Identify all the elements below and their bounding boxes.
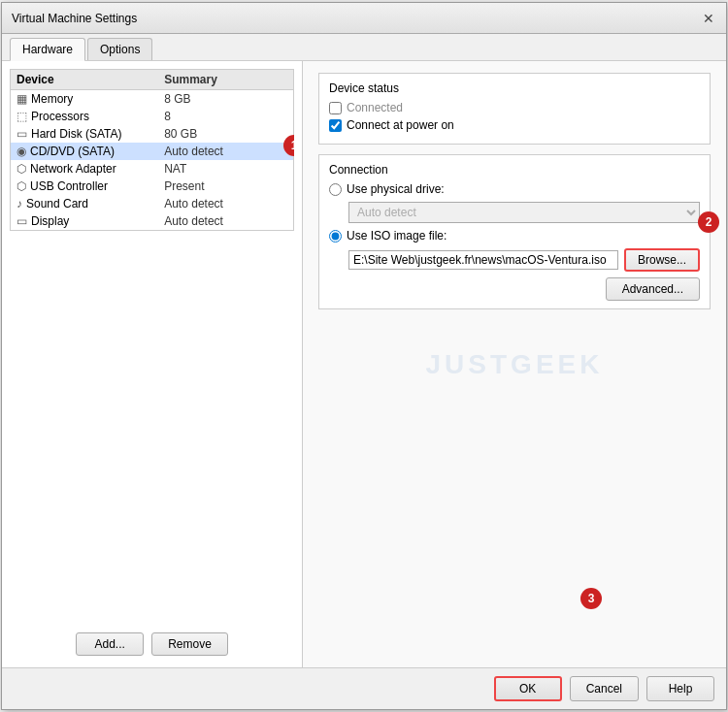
device-table: Device Summary ▦ Memory 8 GB [10, 69, 294, 625]
connection-section: Connection Use physical drive: Auto dete… [318, 154, 711, 309]
connected-row: Connected [329, 101, 700, 114]
close-button[interactable]: ✕ [701, 11, 716, 26]
device-name: Sound Card [26, 197, 88, 210]
use-iso-label: Use ISO image file: [347, 229, 447, 243]
remove-button[interactable]: Remove [151, 632, 228, 656]
bottom-bar: OK Cancel Help [2, 667, 726, 709]
watermark: JUSTGEEK [426, 349, 604, 380]
table-row[interactable]: ▦ Memory 8 GB [11, 90, 293, 108]
device-name: Hard Disk (SATA) [31, 127, 122, 141]
table-row[interactable]: ▭ Display Auto detect [11, 212, 293, 230]
header-device: Device [17, 73, 164, 86]
device-name: Processors [31, 110, 89, 123]
table-row[interactable]: ◉ CD/DVD (SATA) Auto detect 1 [11, 143, 293, 160]
iso-path-input[interactable]: E:\Site Web\justgeek.fr\news\macOS-Ventu… [348, 250, 618, 270]
table-header: Device Summary [10, 69, 294, 89]
table-row[interactable]: ⬡ USB Controller Present [11, 178, 293, 195]
device-name: Memory [31, 92, 73, 106]
device-summary: Auto detect [164, 197, 287, 210]
left-panel: Device Summary ▦ Memory 8 GB [2, 61, 303, 667]
device-status-section: Device status Connected Connect at power… [318, 73, 711, 145]
connection-title: Connection [329, 163, 700, 177]
help-button[interactable]: Help [646, 676, 714, 701]
connected-checkbox[interactable] [329, 102, 342, 114]
device-summary: Auto detect [164, 145, 287, 158]
harddisk-icon: ▭ [17, 127, 27, 141]
device-summary: 8 GB [164, 92, 287, 106]
device-summary: Present [164, 179, 287, 193]
main-content: Device Summary ▦ Memory 8 GB [2, 61, 726, 667]
annotation-2: 2 [698, 211, 719, 233]
memory-icon: ▦ [17, 92, 27, 106]
network-icon: ⬡ [17, 162, 26, 176]
table-row[interactable]: ▭ Hard Disk (SATA) 80 GB [11, 125, 293, 143]
tab-hardware[interactable]: Hardware [10, 38, 85, 61]
device-name: CD/DVD (SATA) [30, 145, 115, 158]
ok-button[interactable]: OK [494, 676, 562, 701]
cancel-button[interactable]: Cancel [570, 676, 639, 701]
browse-button[interactable]: Browse... [624, 248, 700, 272]
device-name: USB Controller [30, 179, 108, 193]
device-summary: Auto detect [164, 214, 287, 228]
left-panel-buttons: Add... Remove [10, 625, 294, 660]
physical-drive-select[interactable]: Auto detect [348, 202, 700, 223]
use-physical-radio[interactable] [329, 183, 342, 196]
connect-at-power-row: Connect at power on [329, 118, 700, 132]
device-name: Display [31, 214, 69, 228]
connected-label: Connected [347, 101, 403, 114]
device-name: Network Adapter [30, 162, 116, 176]
processors-icon: ⬚ [17, 110, 27, 123]
device-status-title: Device status [329, 81, 700, 95]
header-summary: Summary [164, 73, 287, 86]
tab-options[interactable]: Options [87, 38, 152, 60]
display-icon: ▭ [17, 214, 27, 228]
use-iso-radio[interactable] [329, 230, 342, 243]
device-summary: NAT [164, 162, 287, 176]
connect-at-power-checkbox[interactable] [329, 119, 342, 132]
use-physical-label: Use physical drive: [347, 182, 445, 196]
window-title: Virtual Machine Settings [12, 12, 137, 25]
right-panel: JUSTGEEK Device status Connected Connect… [303, 61, 726, 667]
device-summary: 80 GB [164, 127, 287, 141]
use-iso-row: Use ISO image file: [329, 229, 700, 243]
physical-dropdown-row: Auto detect [348, 202, 700, 223]
vm-settings-window: Virtual Machine Settings ✕ Hardware Opti… [1, 2, 727, 710]
table-row[interactable]: ⬡ Network Adapter NAT [11, 160, 293, 178]
title-bar: Virtual Machine Settings ✕ [2, 3, 726, 34]
connect-at-power-label: Connect at power on [347, 118, 454, 132]
usb-icon: ⬡ [17, 179, 26, 193]
annotation-3: 3 [580, 588, 602, 609]
sound-icon: ♪ [17, 197, 22, 210]
tabs-bar: Hardware Options [2, 34, 726, 61]
table-row[interactable]: ⬚ Processors 8 [11, 108, 293, 125]
device-list: ▦ Memory 8 GB ⬚ Processors 8 [10, 89, 294, 231]
iso-path-row: E:\Site Web\justgeek.fr\news\macOS-Ventu… [348, 248, 700, 272]
advanced-row: Advanced... [329, 277, 700, 301]
device-summary: 8 [164, 110, 287, 123]
use-physical-row: Use physical drive: [329, 182, 700, 196]
advanced-button[interactable]: Advanced... [606, 277, 700, 301]
add-button[interactable]: Add... [76, 632, 144, 656]
table-row[interactable]: ♪ Sound Card Auto detect [11, 195, 293, 212]
cddvd-icon: ◉ [17, 145, 26, 158]
